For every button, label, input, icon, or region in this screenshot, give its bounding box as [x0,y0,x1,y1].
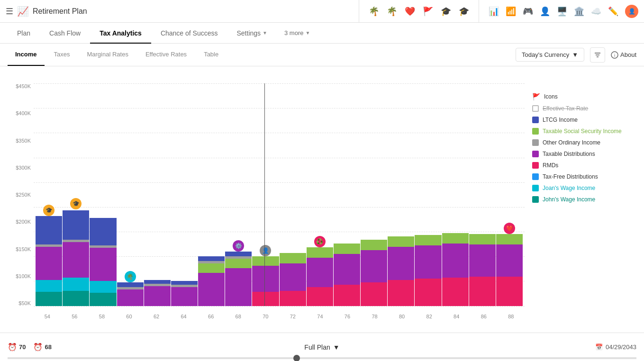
bar-group-58 [90,218,116,306]
logo-icon: 📈 [17,6,29,17]
subtab-effectiverates[interactable]: Effective Rates [138,44,194,66]
currency-button[interactable]: Today's Currency ▼ [516,48,584,62]
legend-johns-label: John's Wage Income [543,196,595,203]
subtab-table[interactable]: Table [196,44,226,66]
legend-taxable-dist-color [532,151,539,157]
legend-taxfree: Tax-Free Distributions [532,173,636,180]
timeline-slider-thumb[interactable] [293,355,300,361]
currency-chevron: ▼ [572,51,578,58]
tab-taxanalytics[interactable]: Tax Analytics [90,23,151,44]
plan-label: Full Plan [304,343,330,351]
plan-chevron: ▼ [333,343,340,351]
subtab-marginalrates[interactable]: Marginal Rates [79,44,136,66]
x-label-74: 74 [307,314,334,319]
settings-chevron: ▼ [263,30,267,36]
icon-70: 👤 [260,245,271,256]
game-icon[interactable]: 🎮 [523,6,533,17]
y-label-150: $150K [16,246,31,252]
info-icon: i [611,51,618,59]
tab-settings[interactable]: Settings ▼ [227,23,277,44]
legend-effective-color [532,105,539,112]
sub-tab-bar: Income Taxes Marginal Rates Effective Ra… [0,44,644,66]
building-icon[interactable]: 🏛️ [574,6,584,17]
bar-group-62 [144,280,171,306]
y-label-350: $350K [16,138,31,144]
legend-taxfree-color [532,173,539,180]
x-label-68: 68 [225,314,252,319]
bar-group-88: ❤️ [496,221,523,306]
legend-joans-color [532,185,539,191]
calendar-icon: 📅 [595,343,603,351]
x-label-80: 80 [388,314,416,319]
bottom-bar: ⏰ 70 ⏰ 68 Full Plan ▼ 📅 04/29/2043 [0,333,644,361]
tab-more[interactable]: 3 more ▼ [277,29,317,36]
bar-group-68: ⚙️ [225,238,252,306]
app-title: Retirement Plan [33,7,87,16]
tab-chanceofsuccess[interactable]: Chance of Success [151,23,227,44]
top-bar: ☰ 📈 Retirement Plan 🌴 🌴 ❤️ 🚩 🎓 🎓 📊 📶 🎮 👤… [0,0,644,23]
icon-88: ❤️ [504,223,515,234]
tab-bar: Plan Cash Flow Tax Analytics Chance of S… [0,23,644,44]
legend-other-ordinary: Other Ordinary Income [532,139,636,146]
top-bar-center: 🌴 🌴 ❤️ 🚩 🎓 🎓 [359,0,479,22]
icon-74: ♻️ [314,236,326,247]
y-label-50: $50K [18,300,31,306]
x-label-54: 54 [34,314,61,319]
currency-label: Today's Currency [522,51,569,58]
icon-60a: 🌴 [125,271,136,282]
tab-cashflow[interactable]: Cash Flow [40,23,90,44]
subtab-taxes[interactable]: Taxes [46,44,78,66]
top-bar-left: ☰ 📈 Retirement Plan [6,6,355,17]
bar-group-66 [198,256,225,306]
x-label-72: 72 [279,314,307,319]
person1-age: 70 [19,343,26,351]
x-label-78: 78 [361,314,389,319]
legend-ltcg-color [532,117,539,123]
date-value: 04/29/2043 [606,343,636,351]
avatar[interactable]: 👤 [625,5,638,18]
legend-johns-color [532,196,539,203]
plan-selector[interactable]: Full Plan ▼ [304,343,339,351]
date-indicator: 📅 04/29/2043 [595,343,636,351]
x-label-62: 62 [143,314,170,319]
legend-taxable-dist: Taxable Distributions [532,151,636,157]
person-icon[interactable]: 👤 [540,6,550,17]
chart-icon-2[interactable]: 📶 [506,6,516,17]
main-area: $450K $400K $350K $300K $250K $200K $150… [0,66,644,361]
menu-icon[interactable]: ☰ [6,6,13,17]
heart-icon[interactable]: ❤️ [405,6,415,17]
bar-group-72 [280,253,306,306]
grad-icon-2[interactable]: 🎓 [459,6,469,17]
legend-rmds: RMDs [532,162,636,169]
bar-group-60: 🌴 [117,268,144,306]
legend-rmds-color [532,162,539,169]
palm-icon-1[interactable]: 🌴 [369,6,379,17]
x-axis: 54 56 58 60 62 64 66 68 70 72 74 76 78 8… [34,314,525,319]
bar-group-78 [361,240,387,306]
about-button[interactable]: i About [611,51,636,59]
top-bar-right: 📊 📶 🎮 👤 🖥️ 🏛️ ☁️ ✏️ 👤 [483,5,638,18]
x-label-70: 70 [252,314,280,319]
cloud-icon[interactable]: ☁️ [591,6,601,17]
age70-line [264,83,265,306]
chart-icon-1[interactable]: 📊 [489,6,499,17]
chart-plot: 🎓 🎓 [34,83,525,306]
filter-button[interactable] [590,47,605,63]
x-label-64: 64 [170,314,198,319]
bar-group-80 [388,236,414,306]
grad-icon-1[interactable]: 🎓 [441,6,451,17]
tab-plan[interactable]: Plan [8,23,40,44]
legend-taxable-ss-label: Taxable Social Security Income [543,128,622,135]
y-label-200: $200K [16,219,31,225]
chart-legend: 🚩 Icons Effective Tax Rate LTCG Income T… [532,74,636,325]
age-item-2: ⏰ 68 [33,343,51,352]
palm-icon-2[interactable]: 🌴 [387,6,397,17]
subtab-income[interactable]: Income [8,44,45,66]
clock-icon-1: ⏰ [8,343,17,352]
monitor-icon[interactable]: 🖥️ [557,6,567,17]
edit-icon[interactable]: ✏️ [608,6,618,17]
legend-other-ordinary-label: Other Ordinary Income [543,139,600,146]
flag-icon[interactable]: 🚩 [423,6,433,17]
legend-effective-label: Effective Tax Rate [543,105,588,112]
legend-other-ordinary-color [532,139,539,146]
